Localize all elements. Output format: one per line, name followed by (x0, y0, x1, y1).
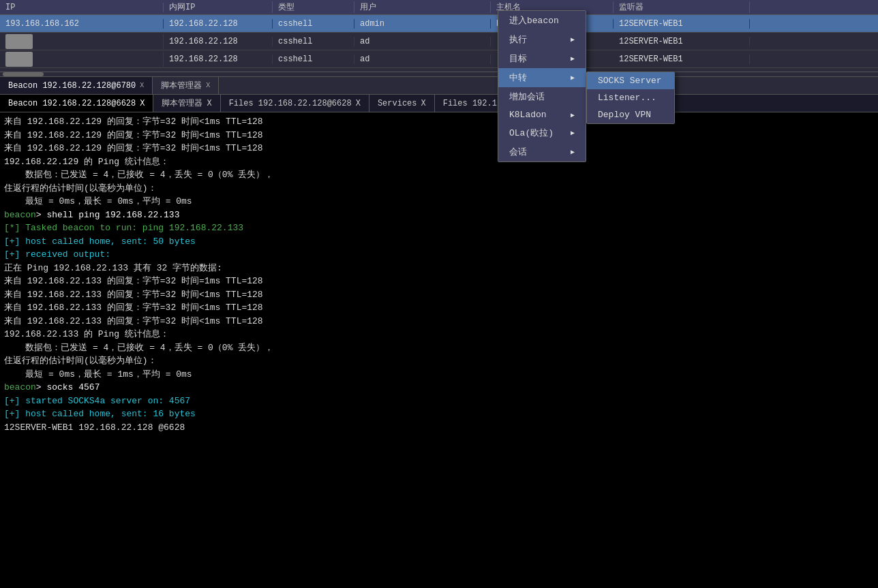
terminal-line: [+] received output: (4, 248, 874, 262)
cell-type: csshell (273, 55, 354, 64)
tab-close-button[interactable]: X (421, 99, 425, 108)
tab-script-manager-top[interactable]: 脚本管理器 X (153, 77, 219, 94)
menu-item-enter-beacon[interactable]: 进入beacon (498, 11, 586, 30)
col-user: 用户 (354, 1, 491, 13)
cell-type: csshell (273, 19, 354, 29)
arrow-icon: ▶ (571, 35, 575, 44)
tab-close-button[interactable]: X (206, 82, 210, 89)
terminal-line: 来自 192.168.22.129 的回复：字节=32 时间<1ms TTL=1… (4, 142, 874, 155)
submenu-item-deploy-vpn[interactable]: Deploy VPN (587, 106, 674, 123)
menu-item-execute[interactable]: 执行 ▶ (498, 30, 586, 49)
tab-script-manager-bottom[interactable]: 脚本管理器 X (153, 95, 220, 112)
cell-inner-ip: 192.168.22.128 (164, 55, 273, 64)
submenu-item-socks[interactable]: SOCKS Server (587, 72, 674, 89)
tab-close-button[interactable]: X (140, 82, 144, 89)
table-header: IP 内网IP 类型 用户 主机名 监听器 (0, 0, 878, 15)
terminal-line: [+] started SOCKS4a server on: 4567 (4, 394, 874, 408)
terminal-line: 来自 192.168.22.133 的回复：字节=32 时间=1ms TTL=1… (4, 275, 874, 288)
arrow-icon: ▶ (571, 148, 575, 156)
cell-inner-ip: 192.168.22.128 (164, 37, 273, 46)
cell-listener: 12SERVER-WEB1 (614, 37, 750, 46)
menu-item-session[interactable]: 会话 ▶ (498, 142, 586, 161)
terminal-line: [*] Tasked beacon to run: ping 192.168.2… (4, 221, 874, 235)
context-menu: 进入beacon 执行 ▶ 目标 ▶ 中转 ▶ 增加会话 K8Ladon ▶ O… (498, 10, 586, 162)
terminal-line: beacon> socks 4567 (4, 381, 874, 394)
terminal-line: 来自 192.168.22.129 的回复：字节=32 时间<1ms TTL=1… (4, 115, 874, 129)
col-inner-ip: 内网IP (164, 1, 273, 13)
terminal-line: 来自 192.168.22.129 的回复：字节=32 时间<1ms TTL=1… (4, 129, 874, 142)
terminal-line: [+] host called home, sent: 50 bytes (4, 235, 874, 249)
bottom-tab-bar: Beacon 192.168.22.128@6628 X 脚本管理器 X Fil… (0, 95, 878, 112)
cell-user: ad (354, 55, 491, 64)
cell-listener: 12SERVER-WEB1 (614, 19, 750, 29)
arrow-icon: ▶ (571, 111, 575, 119)
terminal-line: 12SERVER-WEB1 192.168.22.128 @6628 (4, 421, 874, 435)
submenu-relay: SOCKS Server Listener... Deploy VPN (586, 72, 675, 124)
menu-item-ola[interactable]: OLa(欧拉) ▶ (498, 123, 586, 142)
terminal-line: 数据包：已发送 = 4，已接收 = 4，丢失 = 0（0% 丢失）， (4, 168, 874, 182)
context-menu-list: 进入beacon 执行 ▶ 目标 ▶ 中转 ▶ 增加会话 K8Ladon ▶ O… (498, 10, 586, 162)
terminal-line: 住返行程的估计时间(以毫秒为单位)： (4, 182, 874, 196)
scroll-bar[interactable] (0, 72, 878, 77)
terminal-line: 住返行程的估计时间(以毫秒为单位)： (4, 354, 874, 368)
col-listener: 监听器 (614, 1, 750, 13)
avatar (5, 34, 33, 49)
cell-ip: 193.168.168.162 (0, 19, 164, 29)
menu-item-relay[interactable]: 中转 ▶ (498, 68, 586, 87)
tab-label: 脚本管理器 (161, 80, 202, 91)
top-tab-bar: Beacon 192.168.22.128@6780 X 脚本管理器 X (0, 77, 878, 95)
tab-label: Beacon 192.168.22.128@6780 (8, 81, 136, 91)
terminal-line: 192.168.22.129 的 Ping 统计信息： (4, 155, 874, 169)
menu-item-target[interactable]: 目标 ▶ (498, 49, 586, 68)
tab-beacon-6628[interactable]: Beacon 192.168.22.128@6628 X (0, 95, 153, 112)
tab-close-button[interactable]: X (140, 99, 145, 108)
tab-beacon-6780[interactable]: Beacon 192.168.22.128@6780 X (0, 77, 153, 94)
terminal-line: [+] host called home, sent: 16 bytes (4, 407, 874, 421)
terminal-line: 数据包：已发送 = 4，已接收 = 4，丢失 = 0（0% 丢失）， (4, 341, 874, 355)
tab-label: Beacon 192.168.22.128@6628 (8, 99, 136, 108)
arrow-icon: ▶ (571, 55, 575, 63)
terminal-line: 192.168.22.133 的 Ping 统计信息： (4, 328, 874, 341)
session-table: IP 内网IP 类型 用户 主机名 监听器 193.168.168.162 19… (0, 0, 878, 72)
cell-user: admin (354, 19, 491, 29)
terminal-line: beacon> shell ping 192.168.22.133 (4, 208, 874, 222)
terminal-line: 最短 = 0ms，最长 = 1ms，平均 = 0ms (4, 368, 874, 382)
cell-user: ad (354, 37, 491, 46)
col-type: 类型 (273, 1, 354, 13)
table-row[interactable]: 192.168.22.128 csshell ad 12SERVER-WEB1 (0, 50, 878, 68)
tab-services[interactable]: Services X (369, 95, 435, 112)
cell-listener: 12SERVER-WEB1 (614, 55, 750, 64)
tab-label: Files 192.168.22.128@6628 (229, 99, 352, 108)
arrow-icon: ▶ (571, 129, 575, 137)
cell-ip (0, 52, 164, 67)
tab-label: Services (378, 99, 417, 108)
cell-ip (0, 34, 164, 49)
terminal-output[interactable]: 来自 192.168.22.129 的回复：字节=32 时间<1ms TTL=1… (0, 112, 878, 588)
tab-close-button[interactable]: X (356, 99, 361, 108)
tab-files-6628[interactable]: Files 192.168.22.128@6628 X (221, 95, 369, 112)
avatar (5, 52, 33, 67)
terminal-line: 来自 192.168.22.133 的回复：字节=32 时间<1ms TTL=1… (4, 288, 874, 302)
arrow-icon: ▶ (571, 74, 575, 82)
col-ip: IP (0, 3, 164, 12)
terminal-line: 最短 = 0ms，最长 = 0ms，平均 = 0ms (4, 195, 874, 208)
cell-inner-ip: 192.168.22.128 (164, 19, 273, 29)
cell-type: csshell (273, 37, 354, 46)
submenu-item-listener[interactable]: Listener... (587, 89, 674, 106)
table-row[interactable]: 193.168.168.162 192.168.22.128 csshell a… (0, 15, 878, 33)
terminal-line: 正在 Ping 192.168.22.133 其有 32 字节的数据: (4, 262, 874, 275)
menu-item-k8ladon[interactable]: K8Ladon ▶ (498, 106, 586, 123)
tab-close-button[interactable]: X (207, 99, 211, 108)
tab-label: 脚本管理器 (162, 97, 202, 109)
terminal-line: 来自 192.168.22.133 的回复：字节=32 时间<1ms TTL=1… (4, 315, 874, 328)
table-row[interactable]: 192.168.22.128 csshell ad 12SERVER-WEB1 (0, 33, 878, 50)
terminal-line: 来自 192.168.22.133 的回复：字节=32 时间<1ms TTL=1… (4, 301, 874, 315)
scroll-handle[interactable] (3, 72, 44, 76)
menu-item-add-session[interactable]: 增加会话 (498, 87, 586, 106)
